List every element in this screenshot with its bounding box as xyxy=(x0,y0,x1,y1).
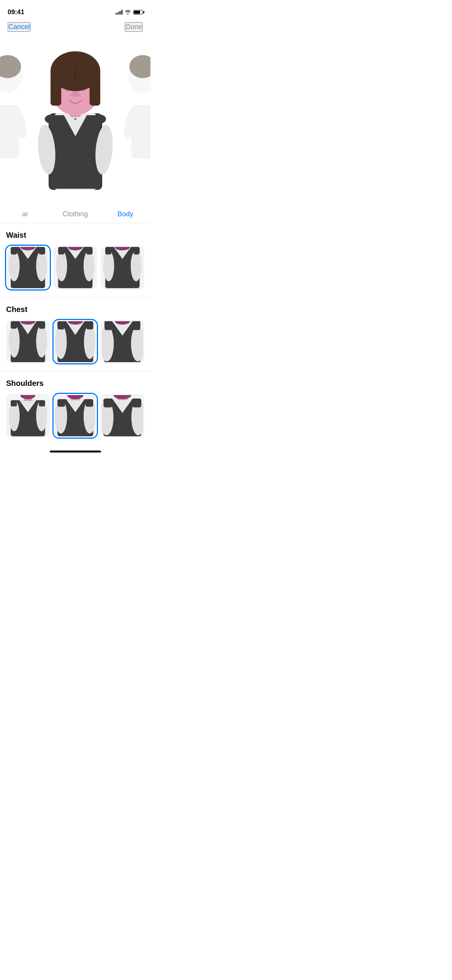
svg-rect-88 xyxy=(39,400,45,407)
nav-bar: Cancel Done xyxy=(0,19,150,35)
signal-icon xyxy=(116,10,122,15)
done-button[interactable]: Done xyxy=(125,22,143,32)
waist-title: Waist xyxy=(6,231,144,240)
waist-option-1[interactable] xyxy=(6,246,50,289)
svg-rect-73 xyxy=(57,321,64,330)
svg-point-20 xyxy=(72,91,79,97)
cancel-button[interactable]: Cancel xyxy=(8,22,31,32)
svg-point-64 xyxy=(36,325,47,358)
chest-options xyxy=(6,320,144,364)
svg-point-90 xyxy=(20,395,35,399)
waist-section: Waist xyxy=(0,223,150,289)
svg-point-11 xyxy=(45,114,59,124)
battery-icon xyxy=(133,10,143,15)
svg-rect-57 xyxy=(105,247,111,255)
chest-option-3[interactable] xyxy=(101,320,144,364)
waist-option-2[interactable] xyxy=(54,246,97,289)
chest-option-1[interactable] xyxy=(6,320,50,364)
svg-rect-49 xyxy=(58,247,64,255)
tab-body[interactable]: Body xyxy=(100,207,150,223)
svg-point-40 xyxy=(36,250,47,281)
svg-rect-65 xyxy=(11,321,17,329)
svg-rect-58 xyxy=(134,247,140,255)
svg-point-18 xyxy=(79,95,81,96)
avatar-side-right xyxy=(124,46,150,193)
svg-rect-95 xyxy=(85,399,93,407)
svg-rect-81 xyxy=(133,321,140,330)
tab-clothing[interactable]: Clothing xyxy=(50,207,100,223)
shoulders-section: Shoulders xyxy=(0,371,150,438)
svg-point-17 xyxy=(70,95,72,96)
svg-point-63 xyxy=(9,325,20,358)
svg-rect-74 xyxy=(86,321,93,330)
shoulders-options xyxy=(6,394,144,438)
segment-tabs: ar Clothing Body xyxy=(0,203,150,223)
svg-rect-50 xyxy=(86,247,92,255)
status-bar: 09:41 xyxy=(0,0,150,19)
chest-title: Chest xyxy=(6,305,144,314)
chest-section: Chest xyxy=(0,297,150,364)
svg-rect-94 xyxy=(57,399,65,407)
shoulders-option-1[interactable] xyxy=(6,394,50,438)
status-time: 09:41 xyxy=(8,8,24,16)
svg-point-72 xyxy=(84,325,96,359)
avatar-preview-area xyxy=(0,35,150,203)
shoulders-title: Shoulders xyxy=(6,379,144,388)
svg-rect-41 xyxy=(11,247,17,255)
svg-rect-101 xyxy=(104,399,113,407)
avatar-main xyxy=(26,39,125,199)
svg-point-47 xyxy=(56,250,67,281)
chest-option-2[interactable] xyxy=(54,320,97,364)
avatar-side-left xyxy=(0,46,27,193)
shoulders-option-3[interactable] xyxy=(101,394,144,438)
svg-point-97 xyxy=(67,395,83,399)
svg-rect-102 xyxy=(132,399,141,407)
wifi-icon xyxy=(125,10,131,15)
svg-point-12 xyxy=(92,114,106,124)
svg-point-8 xyxy=(74,118,77,120)
home-indicator xyxy=(50,451,101,452)
svg-rect-66 xyxy=(39,321,45,329)
svg-point-71 xyxy=(55,325,67,359)
svg-rect-42 xyxy=(39,247,45,255)
status-icons xyxy=(116,10,143,15)
svg-point-56 xyxy=(131,250,142,281)
waist-option-3[interactable] xyxy=(101,246,144,289)
svg-point-48 xyxy=(83,250,95,281)
tab-headwear[interactable]: ar xyxy=(0,207,50,223)
svg-rect-87 xyxy=(11,400,17,407)
svg-point-55 xyxy=(103,250,114,281)
svg-rect-80 xyxy=(105,321,113,330)
shoulders-option-2[interactable] xyxy=(54,394,97,438)
svg-point-39 xyxy=(9,250,20,281)
waist-options xyxy=(6,246,144,289)
